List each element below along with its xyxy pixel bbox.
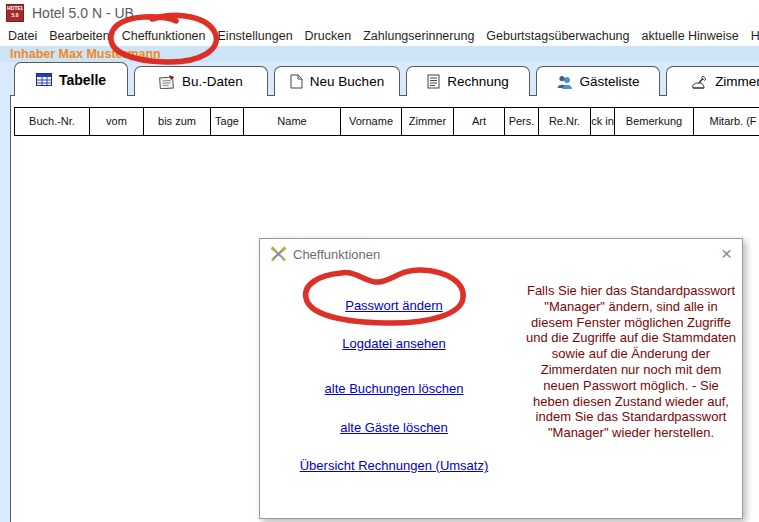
table-icon — [36, 73, 52, 86]
column-header-zimmer: Zimmer — [401, 107, 454, 136]
link-alte-gaeste-loeschen[interactable]: alte Gäste löschen — [268, 420, 520, 435]
tab-label: Gästeliste — [579, 74, 639, 89]
tab-gaesteliste[interactable]: Gästeliste — [536, 66, 660, 96]
tab-neu-buchen[interactable]: Neu Buchen — [274, 66, 400, 96]
hotel-app-window: HOTEL 5.0 Hotel 5.0 N - UB Datei Bearbei… — [0, 0, 759, 522]
app-logo-icon: HOTEL 5.0 — [6, 4, 24, 22]
guests-icon — [556, 75, 572, 89]
tab-label: Zimmer — [715, 74, 759, 89]
menu-item-zahlungserinnerung[interactable]: Zahlungserinnerung — [357, 29, 480, 43]
tab-label: Tabelle — [59, 72, 106, 88]
tab-label: Rechnung — [447, 74, 509, 89]
tab-label: Neu Buchen — [310, 74, 384, 89]
column-header-art: Art — [453, 107, 505, 136]
tab-tabelle[interactable]: Tabelle — [14, 62, 128, 96]
column-header-pers: Pers. — [504, 107, 539, 136]
room-stamp-icon — [691, 75, 708, 89]
column-header-buch-nr: Buch.-Nr. — [14, 107, 90, 136]
link-alte-buchungen-loeschen[interactable]: alte Buchungen löschen — [268, 381, 520, 396]
column-header-tage: Tage — [210, 107, 244, 136]
menu-item-hilfe[interactable]: Hilfe — [745, 29, 759, 43]
menu-bar: Datei Bearbeiten Cheffunktionen Einstell… — [2, 26, 759, 46]
cheffunktionen-dialog: Cheffunktionen × Passwort ändern Logdate… — [259, 238, 743, 519]
tab-zimmer[interactable]: Zimmer — [666, 66, 759, 96]
menu-item-geburtstagsueberwachung[interactable]: Geburtstagsüberwachung — [480, 29, 635, 43]
new-page-icon — [290, 74, 303, 89]
column-header-bis-zum: bis zum — [143, 107, 211, 136]
dialog-links: Passwort ändern Logdatei ansehen alte Bu… — [268, 239, 520, 518]
menu-item-bearbeiten[interactable]: Bearbeiten — [43, 29, 115, 43]
title-bar: HOTEL 5.0 Hotel 5.0 N - UB — [0, 0, 759, 26]
column-header-vorname: Vorname — [340, 107, 402, 136]
column-header-name: Name — [243, 107, 341, 136]
column-header-re-nr: Re.Nr. — [538, 107, 591, 136]
form-edit-icon — [159, 75, 175, 89]
menu-item-cheffunktionen[interactable]: Cheffunktionen — [116, 29, 212, 43]
tab-bu-daten[interactable]: Bu.-Daten — [134, 66, 268, 96]
column-header-mitarb: Mitarb. (F — [693, 107, 759, 136]
tab-label: Bu.-Daten — [182, 74, 243, 89]
close-icon[interactable]: × — [721, 242, 732, 266]
booking-table-header: Buch.-Nr. vom bis zum Tage Name Vorname … — [14, 107, 759, 136]
link-uebersicht-rechnungen[interactable]: Übersicht Rechnungen (Umsatz) — [268, 458, 520, 473]
menu-item-datei[interactable]: Datei — [2, 29, 43, 43]
column-header-ck-in: ck in — [590, 107, 615, 136]
password-warning-text: Falls Sie hier das Standardpasswort "Man… — [525, 283, 737, 441]
window-title: Hotel 5.0 N - UB — [32, 5, 134, 21]
menu-item-drucken[interactable]: Drucken — [299, 29, 358, 43]
owner-banner: Inhaber Max Mustermann — [0, 46, 759, 62]
link-logdatei-ansehen[interactable]: Logdatei ansehen — [268, 336, 520, 351]
column-header-vom: vom — [89, 107, 144, 136]
menu-item-einstellungen[interactable]: Einstellungen — [212, 29, 299, 43]
tab-rechnung[interactable]: Rechnung — [406, 66, 530, 96]
column-header-bemerkung: Bemerkung — [614, 107, 694, 136]
link-passwort-aendern[interactable]: Passwort ändern — [268, 298, 520, 313]
menu-item-aktuelle-hinweise[interactable]: aktuelle Hinweise — [636, 29, 745, 43]
invoice-icon — [427, 74, 440, 89]
